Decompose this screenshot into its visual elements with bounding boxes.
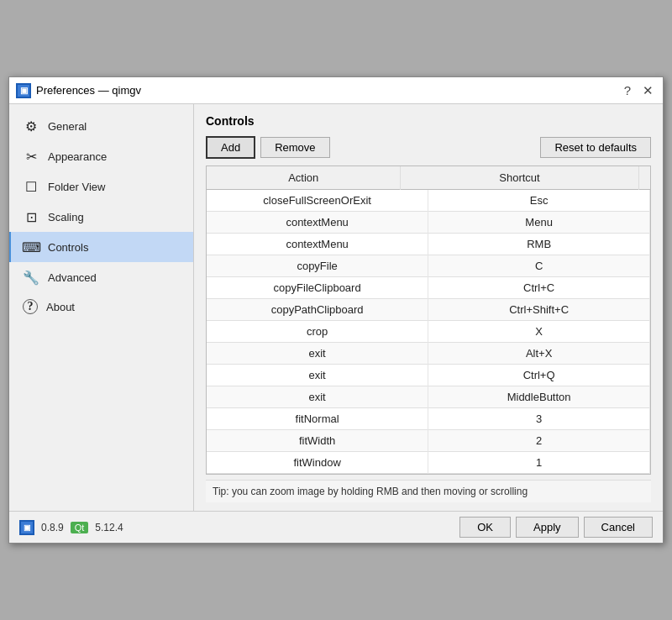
table-row[interactable]: closeFullScreenOrExitEsc (207, 190, 650, 212)
action-cell: fitNormal (207, 408, 428, 430)
content-area: ⚙ General ✂ Appearance ☐ Folder View ⊡ S… (9, 104, 663, 511)
footer-left: ▣ 0.8.9 Qt 5.12.4 (19, 520, 123, 535)
shortcut-cell: 1 (428, 452, 650, 474)
qt-badge: Qt (71, 522, 89, 533)
shortcut-cell: RMB (428, 234, 650, 255)
action-cell: fitWindow (207, 452, 428, 474)
shortcut-cell: 2 (428, 430, 650, 452)
action-cell: copyFileClipboard (207, 277, 428, 299)
sidebar-item-appearance[interactable]: ✂ Appearance (9, 141, 193, 171)
shortcut-cell: Alt+X (428, 343, 650, 365)
footer-right: OK Apply Cancel (459, 517, 653, 538)
shortcut-cell: Esc (428, 190, 650, 212)
shortcut-cell: X (428, 321, 650, 343)
controls-icon: ⌨ (23, 239, 39, 255)
sidebar-label-folder-view: Folder View (48, 181, 105, 193)
action-cell: exit (207, 386, 428, 408)
sidebar-label-general: General (48, 120, 87, 133)
action-cell: closeFullScreenOrExit (207, 190, 428, 212)
sidebar-item-folder-view[interactable]: ☐ Folder View (9, 171, 193, 202)
qt-version: 5.12.4 (95, 522, 123, 533)
tip-bar: Tip: you can zoom image by holding RMB a… (206, 480, 651, 502)
table-row[interactable]: fitWindow1 (207, 452, 650, 474)
sidebar-label-advanced: Advanced (48, 271, 97, 284)
table-row[interactable]: exitCtrl+Q (207, 365, 650, 386)
app-icon: ▣ (16, 83, 31, 98)
action-cell: copyPathClipboard (207, 299, 428, 321)
toolbar-row: Add Remove Reset to defaults (206, 136, 651, 159)
sidebar-label-controls: Controls (48, 241, 88, 254)
shortcut-cell: Menu (428, 212, 650, 234)
table-row[interactable]: copyFileClipboardCtrl+C (207, 277, 650, 299)
title-bar-left: ▣ Preferences — qimgv (16, 83, 141, 98)
table-row[interactable]: exitMiddleButton (207, 386, 650, 408)
apply-button[interactable]: Apply (516, 517, 579, 538)
table-row[interactable]: exitAlt+X (207, 343, 650, 365)
table-row[interactable]: fitWidth2 (207, 430, 650, 452)
about-icon: ? (23, 299, 38, 314)
table-row[interactable]: fitNormal3 (207, 408, 650, 430)
controls-table-container: Action Shortcut closeFullScreenOrExit (206, 166, 651, 475)
sidebar-item-advanced[interactable]: 🔧 Advanced (9, 262, 193, 292)
controls-table-body: closeFullScreenOrExitEsccontextMenuMenuc… (207, 190, 650, 474)
table-row[interactable]: contextMenuMenu (207, 212, 650, 234)
footer-app-icon: ▣ (19, 520, 34, 535)
table-row[interactable]: copyFileC (207, 255, 650, 277)
action-cell: copyFile (207, 255, 428, 277)
sidebar-label-scaling: Scaling (48, 211, 84, 223)
help-button[interactable]: ? (622, 84, 633, 97)
action-cell: exit (207, 365, 428, 386)
folder-view-icon: ☐ (23, 178, 39, 195)
shortcut-cell: MiddleButton (428, 386, 650, 408)
app-version: 0.8.9 (41, 522, 64, 533)
appearance-icon: ✂ (23, 148, 39, 165)
ok-button[interactable]: OK (459, 517, 511, 538)
sidebar: ⚙ General ✂ Appearance ☐ Folder View ⊡ S… (9, 104, 194, 511)
action-cell: fitWidth (207, 430, 428, 452)
sidebar-label-appearance: Appearance (48, 150, 107, 163)
sidebar-item-controls[interactable]: ⌨ Controls (9, 232, 193, 262)
table-scroll-area[interactable]: closeFullScreenOrExitEsccontextMenuMenuc… (207, 190, 650, 474)
table-row[interactable]: cropX (207, 321, 650, 343)
table-header: Action Shortcut (207, 166, 650, 190)
table-row[interactable]: contextMenuRMB (207, 234, 650, 255)
action-cell: exit (207, 343, 428, 365)
controls-table: Action Shortcut (207, 166, 650, 190)
window-title: Preferences — qimgv (36, 84, 141, 97)
close-button[interactable]: ✕ (640, 84, 656, 97)
preferences-window: ▣ Preferences — qimgv ? ✕ ⚙ General ✂ Ap… (8, 76, 664, 544)
sidebar-item-general[interactable]: ⚙ General (9, 111, 193, 141)
section-title: Controls (206, 114, 651, 128)
general-icon: ⚙ (23, 118, 39, 134)
action-cell: crop (207, 321, 428, 343)
title-bar-controls: ? ✕ (622, 84, 656, 97)
action-cell: contextMenu (207, 212, 428, 234)
column-action: Action (207, 166, 401, 190)
add-button[interactable]: Add (206, 136, 255, 159)
table-body: closeFullScreenOrExitEsccontextMenuMenuc… (207, 190, 650, 474)
shortcut-cell: Ctrl+Shift+C (428, 299, 650, 321)
main-panel: Controls Add Remove Reset to defaults Ac… (194, 104, 663, 511)
sidebar-item-scaling[interactable]: ⊡ Scaling (9, 202, 193, 232)
shortcut-cell: Ctrl+Q (428, 365, 650, 386)
scaling-icon: ⊡ (23, 208, 39, 225)
sidebar-label-about: About (46, 301, 75, 313)
title-bar: ▣ Preferences — qimgv ? ✕ (9, 77, 663, 104)
table-row[interactable]: copyPathClipboardCtrl+Shift+C (207, 299, 650, 321)
column-shortcut: Shortcut (401, 166, 638, 190)
shortcut-cell: 3 (428, 408, 650, 430)
shortcut-cell: C (428, 255, 650, 277)
reset-button[interactable]: Reset to defaults (540, 137, 651, 158)
remove-button[interactable]: Remove (260, 137, 329, 158)
shortcut-cell: Ctrl+C (428, 277, 650, 299)
sidebar-item-about[interactable]: ? About (9, 292, 193, 321)
advanced-icon: 🔧 (23, 269, 39, 286)
action-cell: contextMenu (207, 234, 428, 255)
cancel-button[interactable]: Cancel (584, 517, 653, 538)
footer: ▣ 0.8.9 Qt 5.12.4 OK Apply Cancel (9, 511, 663, 543)
